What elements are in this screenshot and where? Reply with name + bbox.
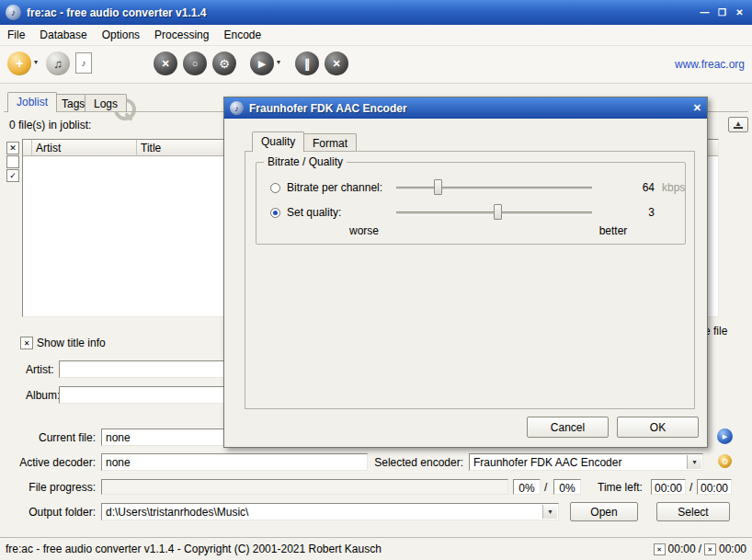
disc-circle-icon[interactable]: ○ (183, 51, 207, 75)
selected-encoder-combo[interactable]: Fraunhofer FDK AAC Encoder ▾ (469, 453, 703, 471)
audio-file-glyph: ♪ (82, 58, 86, 68)
menu-database[interactable]: Database (32, 29, 94, 41)
status-time-icon-2[interactable]: ✕ (704, 543, 716, 555)
add-files-icon[interactable]: + (7, 51, 31, 75)
dialog-logo-glyph: ♪ (234, 104, 239, 113)
active-decoder-label: Active decoder: (4, 456, 96, 469)
configure-encoder-glyph: ⚙ (721, 457, 728, 466)
ok-button-label: OK (650, 421, 666, 434)
status-time-glyph-1: ✕ (656, 546, 662, 553)
current-file-label: Current file: (4, 431, 96, 444)
statusbar: fre:ac - free audio converter v1.1.4 - C… (0, 537, 752, 560)
file-progress-percent: 0% (513, 479, 541, 495)
select-all-glyph: ✕ (9, 144, 17, 153)
selected-encoder-value: Fraunhofer FDK AAC Encoder (470, 454, 688, 469)
eject-button[interactable]: ▲ (728, 117, 748, 132)
dialog-title: Fraunhofer FDK AAC Encoder (249, 102, 407, 115)
set-quality-radio-label[interactable]: Set quality: (287, 206, 341, 219)
website-link[interactable]: www.freac.org (675, 58, 745, 71)
toggle-selection-checkbox[interactable]: ✓ (6, 169, 19, 182)
select-button-label: Select (678, 506, 708, 519)
percent-separator: / (544, 481, 547, 494)
configure-encoder-icon[interactable]: ⚙ (718, 454, 732, 468)
cancel-button[interactable]: Cancel (527, 417, 609, 438)
cut-circle-icon[interactable]: ✕ (154, 51, 177, 75)
player-preview-icon[interactable]: ▶ (717, 429, 733, 444)
app-logo-glyph: ♪ (11, 7, 16, 17)
show-title-info-label: Show title info (37, 337, 106, 349)
start-encoding-icon[interactable]: ▶ (250, 51, 274, 75)
output-folder-combo[interactable]: d:\Users\tristanrhodes\Music\ ▾ (101, 503, 559, 520)
settings-gear-icon[interactable]: ⚙ (212, 51, 236, 75)
menubar: File Database Options Processing Encode … (0, 25, 752, 46)
pause-encoding-glyph: ∥ (304, 57, 311, 71)
eject-icon: ▲ (734, 120, 743, 129)
column-header-artist-label: Artist (36, 142, 61, 154)
show-title-info-toggle[interactable]: ✕ (20, 337, 33, 349)
close-icon[interactable]: ✕ (733, 6, 746, 19)
select-button[interactable]: Select (656, 502, 730, 521)
dialog-tab-quality[interactable]: Quality (252, 131, 304, 152)
open-button[interactable]: Open (570, 502, 638, 521)
status-time-icon-1[interactable]: ✕ (654, 543, 666, 555)
minimize-icon[interactable]: — (698, 6, 712, 19)
dialog-logo-icon: ♪ (230, 101, 244, 115)
bitrate-slider[interactable] (396, 187, 592, 190)
window-title: fre:ac - free audio converter v1.1.4 (27, 6, 206, 19)
cancel-button-label: Cancel (551, 421, 585, 434)
titlebar: ♪ fre:ac - free audio converter v1.1.4 —… (0, 0, 752, 25)
menu-options[interactable]: Options (95, 29, 147, 41)
set-quality-radio[interactable] (270, 208, 280, 218)
add-files-glyph: + (16, 56, 23, 71)
bitrate-radio[interactable] (270, 183, 280, 193)
joblist-count: 0 file(s) in joblist: (9, 119, 91, 131)
audio-file-icon[interactable]: ♪ (75, 52, 92, 74)
ok-button[interactable]: OK (617, 417, 699, 438)
encoder-config-dialog: ♪ Fraunhofer FDK AAC Encoder ✕ Quality F… (223, 97, 708, 448)
cut-circle-glyph: ✕ (161, 58, 169, 70)
dialog-tab-format[interactable]: Format (303, 133, 357, 152)
time-left-file: 00:00 (651, 479, 686, 495)
menu-encode[interactable]: Encode (216, 29, 268, 41)
stop-encoding-icon[interactable]: ✕ (325, 51, 348, 75)
column-header-title-label: Title (141, 142, 161, 154)
time-separator: / (689, 481, 692, 494)
active-decoder-field: none (101, 453, 368, 471)
tab-joblist[interactable]: Joblist (7, 92, 57, 112)
menu-processing[interactable]: Processing (147, 29, 216, 41)
app-logo-icon: ♪ (6, 5, 21, 20)
total-progress-percent: 0% (553, 479, 581, 495)
file-progress-bar (101, 479, 508, 495)
bitrate-unit: kbps (662, 181, 685, 194)
bitrate-quality-group-title: Bitrate / Quality (264, 155, 347, 168)
quality-value: 3 (620, 206, 655, 219)
selected-encoder-label: Selected encoder: (360, 456, 463, 469)
maximize-icon[interactable]: ❐ (715, 6, 729, 19)
menu-file[interactable]: File (0, 29, 32, 41)
bitrate-slider-thumb[interactable] (434, 179, 442, 195)
artist-label: Artist: (26, 363, 54, 376)
add-cd-icon[interactable]: ♫ (46, 51, 70, 75)
output-folder-label: Output folder: (4, 506, 96, 519)
selected-encoder-dropdown-icon[interactable]: ▾ (687, 455, 701, 469)
status-time-remaining: 00:00 (719, 543, 746, 555)
start-encoding-dropdown-icon[interactable]: ▾ (277, 58, 280, 66)
select-none-checkbox[interactable] (6, 155, 19, 168)
toggle-selection-glyph: ✓ (9, 172, 17, 180)
tab-logs[interactable]: Logs (85, 94, 127, 112)
toolbar: + ▾ ♫ ♪ ✕ ○ ⚙ ▶ ▾ ∥ ✕ www.freac.org (0, 46, 752, 84)
column-header-artist[interactable]: Artist (32, 140, 137, 156)
open-button-label: Open (590, 506, 617, 519)
statusbar-text: fre:ac - free audio converter v1.1.4 - C… (6, 543, 382, 555)
dialog-close-icon[interactable]: ✕ (693, 102, 701, 114)
bitrate-radio-label[interactable]: Bitrate per channel: (287, 181, 382, 194)
output-folder-dropdown-icon[interactable]: ▾ (542, 505, 557, 519)
add-files-dropdown-icon[interactable]: ▾ (34, 58, 38, 66)
pause-encoding-icon[interactable]: ∥ (295, 51, 319, 75)
select-all-checkbox[interactable]: ✕ (6, 142, 19, 154)
active-decoder-value: none (102, 454, 367, 469)
disc-circle-glyph: ○ (192, 58, 199, 69)
time-left-label: Time left: (598, 481, 643, 494)
quality-slider-thumb[interactable] (494, 204, 502, 220)
app-window: ♪ fre:ac - free audio converter v1.1.4 —… (0, 0, 752, 560)
